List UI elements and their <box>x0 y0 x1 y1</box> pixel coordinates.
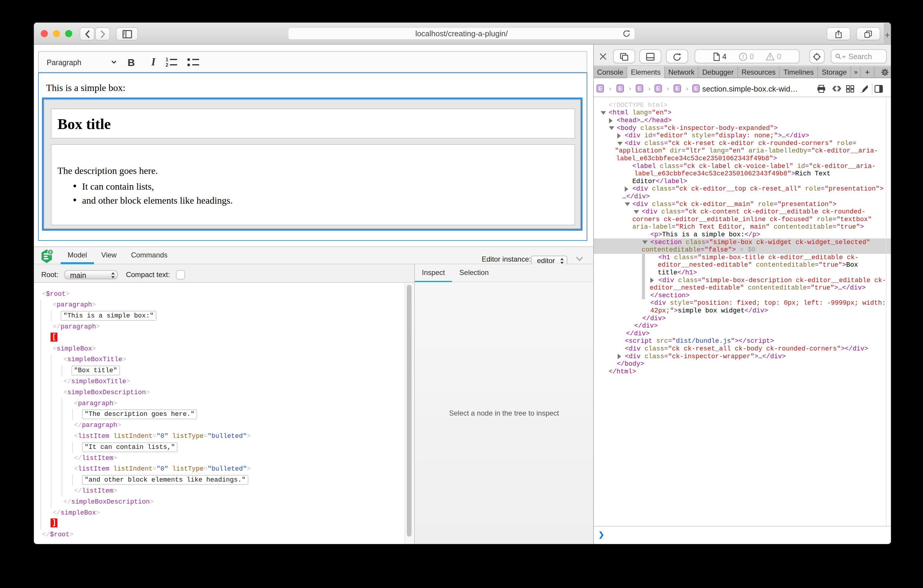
svg-text:5: 5 <box>49 250 51 255</box>
svg-text:!: ! <box>769 54 771 60</box>
svg-text:!: ! <box>742 54 744 60</box>
